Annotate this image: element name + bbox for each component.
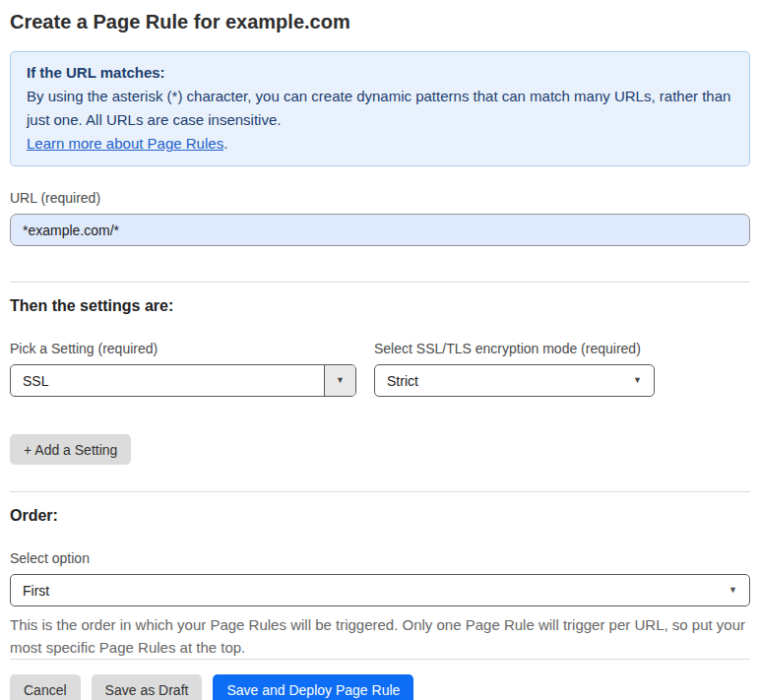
order-select-value: First xyxy=(11,583,717,599)
mode-select-value: Strict xyxy=(375,373,621,389)
learn-more-link[interactable]: Learn more about Page Rules xyxy=(27,135,223,152)
order-help-text: This is the order in which your Page Rul… xyxy=(10,613,750,659)
settings-row: Pick a Setting (required) SSL ▼ Select S… xyxy=(10,341,750,397)
order-section-heading: Order: xyxy=(10,507,750,525)
chevron-down-icon: ▼ xyxy=(621,376,654,385)
mode-select-label: Select SSL/TLS encryption mode (required… xyxy=(374,341,655,356)
add-setting-button[interactable]: + Add a Setting xyxy=(10,434,131,465)
divider xyxy=(10,282,750,283)
url-matches-info-box: If the URL matches: By using the asteris… xyxy=(10,51,750,166)
divider xyxy=(10,659,750,660)
footer-actions: Cancel Save as Draft Save and Deploy Pag… xyxy=(10,674,750,700)
divider xyxy=(10,491,750,492)
url-input[interactable] xyxy=(10,214,750,246)
setting-select[interactable]: SSL ▼ xyxy=(10,364,356,397)
ssl-mode-select[interactable]: Strict ▼ xyxy=(374,364,655,397)
info-box-body: By using the asterisk (*) character, you… xyxy=(27,85,733,132)
page-title: Create a Page Rule for example.com xyxy=(10,8,750,35)
save-deploy-button[interactable]: Save and Deploy Page Rule xyxy=(213,674,413,700)
setting-select-label: Pick a Setting (required) xyxy=(10,341,356,356)
save-draft-button[interactable]: Save as Draft xyxy=(92,674,203,700)
order-select-label: Select option xyxy=(10,550,750,566)
order-select[interactable]: First ▼ xyxy=(10,574,750,606)
url-field-label: URL (required) xyxy=(10,190,750,206)
chevron-down-icon: ▼ xyxy=(324,365,355,396)
cancel-button[interactable]: Cancel xyxy=(10,674,81,700)
info-box-link-line: Learn more about Page Rules. xyxy=(27,132,733,156)
info-box-heading: If the URL matches: xyxy=(27,61,733,85)
settings-section-heading: Then the settings are: xyxy=(10,297,750,315)
setting-select-value: SSL xyxy=(11,373,324,389)
mode-column: Select SSL/TLS encryption mode (required… xyxy=(374,341,655,397)
setting-column: Pick a Setting (required) SSL ▼ xyxy=(10,341,356,397)
link-suffix: . xyxy=(223,135,227,152)
chevron-down-icon: ▼ xyxy=(717,586,749,595)
